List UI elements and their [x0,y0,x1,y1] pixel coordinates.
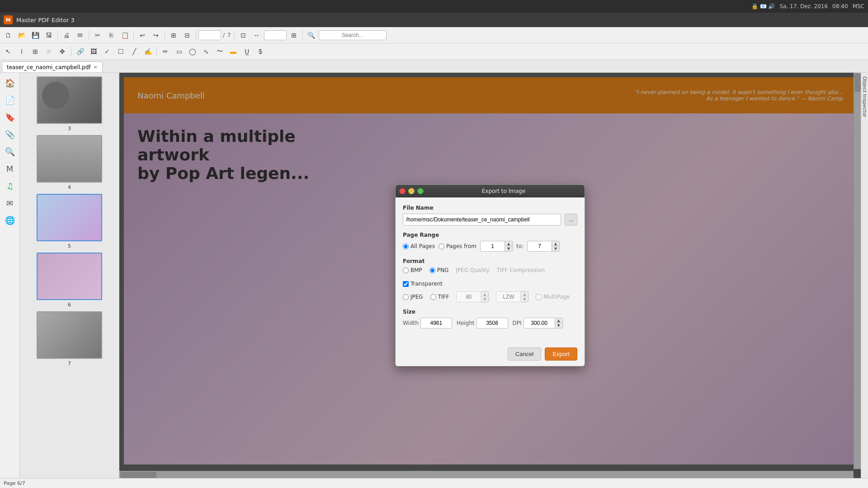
page-thumb-5[interactable]: 5 [37,194,102,249]
bmp-radio[interactable] [403,267,409,273]
paste-button[interactable]: 📋 [118,29,131,41]
underline-tool[interactable]: U̲ [241,46,253,57]
file-name-input[interactable] [403,214,561,225]
all-pages-radio[interactable] [403,244,409,249]
bezier-tool[interactable]: ∿ [200,46,212,57]
tiff-compression-down[interactable]: ▼ [521,297,528,302]
fit-width-button[interactable]: ↔ [250,29,263,41]
search-side-icon[interactable]: 🔍 [2,143,18,160]
zoom-fit-button[interactable]: ⊞ [288,29,300,41]
save-button[interactable]: 💾 [29,29,42,41]
transparent-checkbox-label[interactable]: Transparent [403,281,443,287]
dialog-maximize-button[interactable] [417,188,424,194]
pages-from-input[interactable] [480,241,505,252]
pages-to-down[interactable]: ▼ [552,246,559,251]
tiff-radio-label[interactable]: TIFF [430,294,449,300]
link-tool[interactable]: 🔗 [74,46,86,57]
dpi-down[interactable]: ▼ [555,323,562,328]
highlight-tool[interactable]: ▬ [227,46,240,57]
new-button[interactable]: 🗋 [2,29,14,41]
hand-tool[interactable]: ☞ [42,46,55,57]
file-name-row: ... [403,214,577,225]
height-input[interactable] [476,318,508,328]
pages-to-input[interactable] [527,241,552,252]
tiff-radio[interactable] [430,294,436,300]
delete-page-button[interactable]: ⊟ [181,29,193,41]
save-as-button[interactable]: 🖫 [42,29,55,41]
copy-button[interactable]: ⎘ [105,29,118,41]
jpeg-radio[interactable] [403,294,409,300]
jpeg-quality-input[interactable] [456,291,481,302]
image-tool[interactable]: 🖼 [87,46,100,57]
jpeg-quality-up[interactable]: ▲ [481,292,488,297]
browse-button[interactable]: ... [565,214,577,225]
pencil-tool[interactable]: ✏ [159,46,172,57]
toolbar1: 🗋 📂 💾 🖫 🖨 ✉ ✂ ⎘ 📋 ↩ ↪ ⊞ ⊟ 6 / 7 ⊡ ↔ 100% [0,27,868,43]
cut-button[interactable]: ✂ [91,29,104,41]
dialog-close-button[interactable] [399,188,406,194]
page-thumb-4[interactable]: 4 [37,135,102,190]
width-input[interactable] [420,318,452,328]
ellipse-tool[interactable]: ◯ [186,46,199,57]
text-select-tool[interactable]: I [15,46,28,57]
print-button[interactable]: 🖨 [60,29,73,41]
pages-to-up[interactable]: ▲ [552,241,559,246]
field-tool[interactable]: ☐ [114,46,127,57]
strikethrough-tool[interactable]: $ [254,46,267,57]
tiff-compression-input[interactable] [496,291,521,302]
doc-icon[interactable]: 📄 [2,92,18,108]
line-tool[interactable]: ╱ [128,46,141,57]
page-number-input[interactable]: 6 [198,30,221,40]
redo-button[interactable]: ↪ [150,29,162,41]
fit-page-button[interactable]: ⊡ [237,29,250,41]
bmp-radio-label[interactable]: BMP [403,267,422,273]
open-button[interactable]: 📂 [15,29,28,41]
dialog-minimize-button[interactable] [408,188,415,194]
pages-from-down[interactable]: ▼ [505,246,512,251]
page-thumb-3[interactable]: 3 [37,76,102,131]
table-tool[interactable]: ⊞ [29,46,42,57]
transparent-checkbox[interactable] [403,281,409,287]
select-tool[interactable]: ↖ [2,46,14,57]
dpi-up[interactable]: ▲ [555,318,562,323]
png-radio-label[interactable]: PNG [429,267,449,273]
page-thumb-7[interactable]: 7 [37,311,102,366]
bmp-label: BMP [410,267,422,273]
multipage-checkbox[interactable] [536,294,542,300]
insert-page-button[interactable]: ⊞ [167,29,180,41]
check-tool[interactable]: ✓ [101,46,113,57]
rect-tool[interactable]: ▭ [173,46,185,57]
tiff-compression-up[interactable]: ▲ [521,292,528,297]
all-pages-radio-label[interactable]: All Pages [403,243,435,249]
cancel-button[interactable]: Cancel [508,347,541,361]
attach-icon[interactable]: 📎 [2,126,18,142]
tab-close-button[interactable]: × [94,64,98,70]
freehand-tool[interactable]: 〜 [213,46,226,57]
cursor-icon[interactable]: M [2,160,18,177]
jpeg-radio-label[interactable]: JPEG [403,294,423,300]
search-input[interactable] [319,30,387,40]
pages-from-radio-label[interactable]: Pages from [439,243,476,249]
zoom-input[interactable]: 100% [264,30,287,40]
email-button[interactable]: ✉ [74,29,86,41]
browser-icon[interactable]: 🌐 [2,212,18,228]
export-button[interactable]: Export [545,347,577,361]
home-icon[interactable]: 🏠 [2,75,18,91]
pages-from-up[interactable]: ▲ [505,241,512,246]
signature-tool[interactable]: ✍ [142,46,154,57]
pages-from-radio[interactable] [439,244,444,249]
undo-button[interactable]: ↩ [136,29,149,41]
mail-icon[interactable]: ✉ [2,195,18,211]
app-window: M Master PDF Editor 3 🗋 📂 💾 🖫 🖨 ✉ ✂ ⎘ 📋 … [0,13,868,488]
bookmark-icon[interactable]: 🔖 [2,109,18,125]
pdf-tab[interactable]: teaser_ce_naomi_campbell.pdf × [2,61,103,72]
spotify-icon[interactable]: ♫ [2,178,18,194]
multipage-checkbox-label[interactable]: MultiPage [536,294,570,300]
move-tool[interactable]: ✥ [56,46,69,57]
search-button[interactable]: 🔍 [305,29,318,41]
dpi-input[interactable] [524,318,555,328]
page-thumb-6[interactable]: 6 [37,253,102,308]
pages-to-spinbox: ▲ ▼ [527,241,560,252]
png-radio[interactable] [429,267,435,273]
jpeg-quality-down[interactable]: ▼ [481,297,488,302]
